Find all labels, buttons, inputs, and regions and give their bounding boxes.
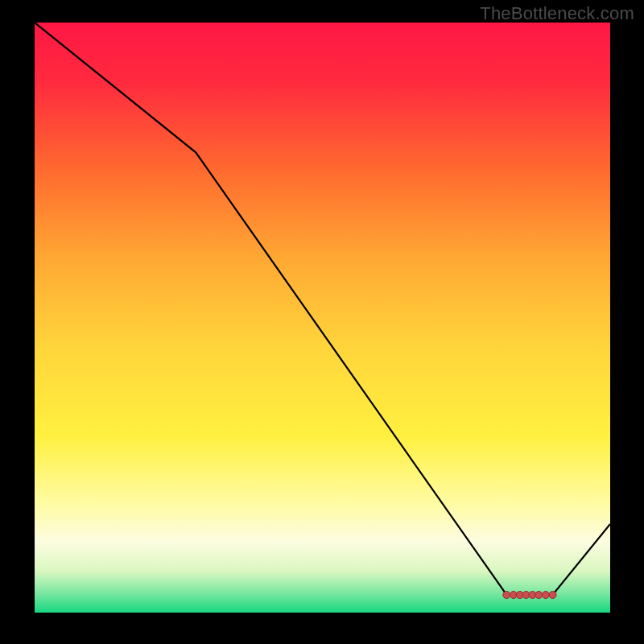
- optimal-marker: [549, 592, 556, 599]
- attribution-text: TheBottleneck.com: [480, 3, 634, 24]
- optimal-marker: [542, 592, 549, 599]
- bottleneck-curve: [35, 23, 610, 613]
- curve-line: [35, 23, 610, 595]
- optimal-marker: [535, 592, 543, 599]
- optimal-marker: [503, 592, 510, 599]
- optimal-markers: [503, 592, 556, 599]
- chart-plot-area: [35, 23, 610, 613]
